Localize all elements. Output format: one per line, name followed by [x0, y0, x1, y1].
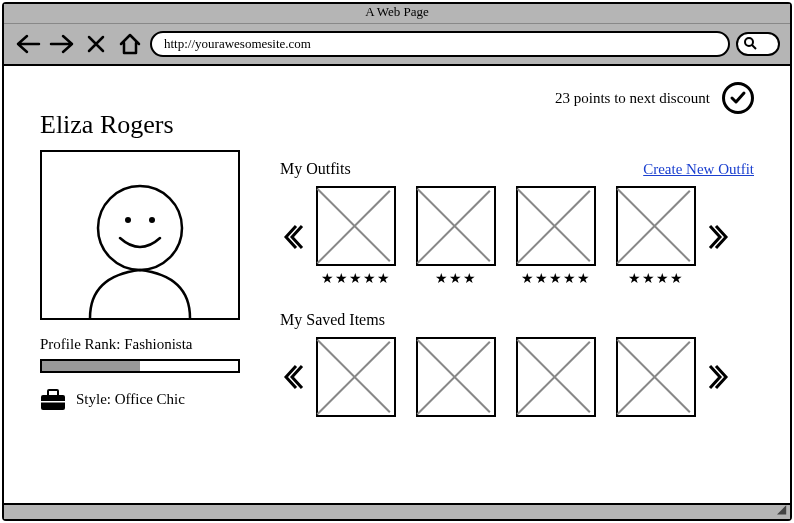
svg-rect-5: [48, 390, 58, 396]
back-icon[interactable]: [14, 30, 42, 58]
svg-point-1: [98, 186, 182, 270]
check-badge-icon[interactable]: [722, 82, 754, 114]
saved-item[interactable]: [316, 337, 396, 417]
svg-point-2: [125, 217, 131, 223]
saved-thumb[interactable]: [316, 337, 396, 417]
profile-rank-label: Profile Rank: Fashionista: [40, 336, 250, 353]
outfit-thumb[interactable]: [616, 186, 696, 266]
saved-title: My Saved Items: [280, 311, 385, 329]
window-title: A Web Page: [4, 4, 790, 24]
stop-icon[interactable]: [82, 30, 110, 58]
outfit-item[interactable]: ★★★★★: [516, 186, 596, 287]
main-column: My Outfits Create New Outfit ★★★★★★★★★★★…: [280, 150, 754, 441]
home-icon[interactable]: [116, 30, 144, 58]
outfits-prev-icon[interactable]: [280, 219, 306, 255]
saved-item[interactable]: [416, 337, 496, 417]
avatar: [40, 150, 240, 320]
search-pill[interactable]: [736, 32, 780, 56]
saved-item[interactable]: [516, 337, 596, 417]
outfits-carousel: ★★★★★★★★★★★★★★★★★: [280, 186, 754, 287]
saved-thumb[interactable]: [516, 337, 596, 417]
svg-point-3: [149, 217, 155, 223]
rating-stars: ★★★★★: [321, 270, 391, 287]
rating-stars: ★★★: [435, 270, 477, 287]
saved-thumb[interactable]: [616, 337, 696, 417]
outfits-header: My Outfits Create New Outfit: [280, 160, 754, 178]
outfit-thumb[interactable]: [316, 186, 396, 266]
rank-progress-fill: [42, 361, 140, 371]
style-label: Style: Office Chic: [76, 391, 185, 408]
outfits-next-icon[interactable]: [706, 219, 732, 255]
briefcase-icon: [40, 389, 66, 409]
points-text: 23 points to next discount: [555, 90, 710, 107]
outfit-item[interactable]: ★★★★★: [316, 186, 396, 287]
rating-stars: ★★★★★: [521, 270, 591, 287]
profile-name: Eliza Rogers: [40, 110, 754, 140]
saved-item[interactable]: [616, 337, 696, 417]
browser-toolbar: http://yourawesomesite.com: [4, 24, 790, 66]
svg-point-0: [745, 38, 753, 46]
outfit-thumb[interactable]: [416, 186, 496, 266]
points-row: 23 points to next discount: [555, 82, 754, 114]
browser-window: A Web Page http://yourawesomesite.com 23…: [2, 2, 792, 521]
outfits-title: My Outfits: [280, 160, 351, 178]
saved-thumb[interactable]: [416, 337, 496, 417]
saved-next-icon[interactable]: [706, 359, 732, 395]
page-content: 23 points to next discount Eliza Rogers …: [4, 68, 790, 501]
svg-rect-6: [41, 401, 65, 403]
outfit-item[interactable]: ★★★★: [616, 186, 696, 287]
resize-grip-icon[interactable]: ◢: [777, 502, 786, 517]
outfit-item[interactable]: ★★★: [416, 186, 496, 287]
create-outfit-link[interactable]: Create New Outfit: [643, 161, 754, 178]
style-row: Style: Office Chic: [40, 389, 250, 409]
status-bar: ◢: [4, 503, 790, 519]
forward-icon[interactable]: [48, 30, 76, 58]
rank-progress-bar: [40, 359, 240, 373]
profile-sidebar: Profile Rank: Fashionista Style: Office …: [40, 150, 250, 441]
saved-prev-icon[interactable]: [280, 359, 306, 395]
rating-stars: ★★★★: [628, 270, 684, 287]
url-input[interactable]: http://yourawesomesite.com: [150, 31, 730, 57]
outfit-thumb[interactable]: [516, 186, 596, 266]
saved-header: My Saved Items: [280, 311, 754, 329]
saved-carousel: [280, 337, 754, 417]
